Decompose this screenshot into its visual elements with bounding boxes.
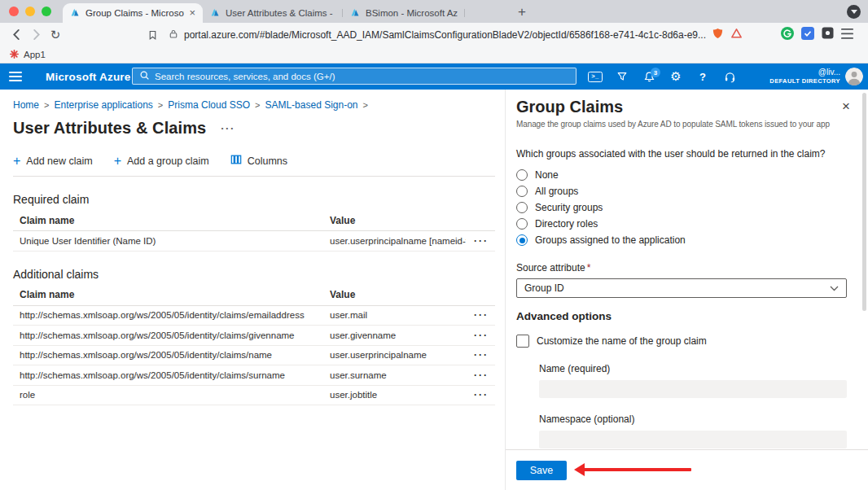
panel-title: Group Claims — [516, 98, 847, 116]
claim-value-cell: user.jobtitle — [323, 390, 466, 400]
radio-groups-assigned[interactable]: Groups assigned to the application — [516, 232, 847, 248]
group-claims-panel: Group Claims × Manage the group claims u… — [505, 90, 868, 490]
browser-profile-icon[interactable] — [847, 5, 861, 19]
feedback-headset-icon[interactable] — [722, 69, 737, 84]
green-extension-icon[interactable] — [781, 27, 794, 43]
browser-extension-icons — [781, 27, 855, 43]
row-menu-button[interactable]: ··· — [474, 349, 489, 361]
page-title: User Attributes & Claims — [13, 119, 206, 138]
address-bar[interactable]: portal.azure.com/#blade/Microsoft_AAD_IA… — [169, 27, 855, 43]
directory-filter-icon[interactable] — [615, 69, 629, 84]
breadcrumb-link-home[interactable]: Home — [13, 99, 39, 111]
claim-name-cell: role — [13, 390, 323, 400]
add-group-claim-button[interactable]: + Add a group claim — [114, 155, 209, 167]
warning-triangle-icon[interactable] — [730, 28, 743, 42]
cloud-shell-icon[interactable]: >_ — [588, 69, 603, 84]
bookmark-flag-icon[interactable] — [142, 25, 162, 45]
breadcrumb-link-prisma-cloud-sso[interactable]: Prisma Cloud SSO — [168, 99, 250, 111]
radio-label: Directory roles — [535, 218, 598, 230]
azure-brand[interactable]: Microsoft Azure — [46, 71, 131, 83]
tab-title: Group Claims - Microsoft Azure — [85, 8, 184, 18]
settings-gear-icon[interactable]: ⚙ — [669, 69, 683, 84]
claim-value-cell: user.surname — [323, 370, 466, 380]
plus-icon: + — [114, 156, 121, 166]
radio-none[interactable]: None — [516, 167, 847, 183]
radio-security-groups[interactable]: Security groups — [516, 199, 847, 216]
claim-name-cell: Unique User Identifier (Name ID) — [13, 236, 323, 246]
column-claim-name: Claim name — [13, 215, 323, 226]
panel-scrollbar[interactable] — [862, 93, 866, 311]
table-header: Claim name Value — [13, 210, 495, 231]
page-title-menu-button[interactable]: ··· — [221, 122, 235, 134]
radio-icon — [516, 186, 528, 197]
breadcrumb-link-saml-based-sign-on[interactable]: SAML-based Sign-on — [265, 99, 357, 111]
save-button[interactable]: Save — [516, 461, 567, 480]
shield-extension-icon[interactable] — [712, 27, 724, 43]
hamburger-menu-icon[interactable] — [9, 72, 22, 81]
window-minimize-button[interactable] — [25, 7, 35, 16]
blue-extension-icon[interactable] — [801, 27, 814, 43]
window-zoom-button[interactable] — [42, 7, 51, 16]
claim-name-cell: http://schemas.xmlsoap.org/ws/2005/05/id… — [13, 310, 323, 320]
account-info[interactable]: @liv... DEFAULT DIRECTORY — [769, 67, 840, 85]
app-window: Group Claims - Microsoft Azure × User At… — [0, 0, 868, 490]
search-input[interactable] — [155, 72, 569, 81]
bookmark-favicon-icon — [10, 50, 19, 60]
source-attribute-dropdown[interactable]: Group ID — [516, 278, 847, 298]
avatar[interactable] — [845, 68, 863, 85]
azure-search-box[interactable] — [132, 68, 576, 85]
extension-puzzle-icon[interactable] — [822, 27, 834, 42]
row-menu-button[interactable]: ··· — [474, 235, 489, 247]
claim-name-cell: http://schemas.xmlsoap.org/ws/2005/05/id… — [13, 370, 323, 380]
column-value: Value — [323, 215, 466, 226]
radio-all-groups[interactable]: All groups — [516, 183, 847, 199]
customize-name-checkbox-row[interactable]: Customize the name of the group claim — [516, 335, 847, 348]
browser-tab-bsimon[interactable]: BSimon - Microsoft Azure — [343, 3, 465, 23]
new-tab-button[interactable]: + — [512, 2, 532, 23]
refresh-button[interactable]: ↻ — [46, 25, 65, 45]
main-content: Home > Enterprise applications > Prisma … — [0, 90, 505, 490]
tab-close-icon[interactable]: × — [189, 9, 195, 17]
row-menu-button[interactable]: ··· — [474, 330, 489, 341]
row-menu-button[interactable]: ··· — [474, 389, 489, 400]
row-menu-button[interactable]: ··· — [474, 370, 489, 381]
forward-button[interactable] — [26, 25, 46, 45]
required-asterisk: * — [587, 262, 591, 273]
radio-label: Groups assigned to the application — [535, 234, 686, 246]
group-type-radio-group: None All groups Security groups Director… — [516, 167, 847, 248]
breadcrumb-separator: > — [255, 100, 260, 110]
notifications-bell-icon[interactable]: 3 — [642, 69, 656, 84]
radio-icon — [516, 218, 528, 230]
groups-question: Which groups associated with the user sh… — [516, 148, 847, 160]
browser-menu-icon[interactable] — [841, 28, 853, 42]
back-button[interactable] — [7, 25, 26, 45]
add-new-claim-button[interactable]: + Add new claim — [13, 155, 93, 167]
required-claim-heading: Required claim — [13, 193, 505, 206]
table-row[interactable]: http://schemas.xmlsoap.org/ws/2005/05/id… — [13, 326, 495, 346]
checkbox-icon[interactable] — [516, 335, 529, 348]
name-field-label: Name (required) — [539, 363, 847, 374]
table-row[interactable]: Unique User Identifier (Name ID) user.us… — [13, 231, 495, 252]
radio-icon — [516, 234, 528, 246]
table-row[interactable]: http://schemas.xmlsoap.org/ws/2005/05/id… — [13, 306, 495, 326]
table-row[interactable]: http://schemas.xmlsoap.org/ws/2005/05/id… — [13, 346, 495, 366]
browser-tab-user-attributes[interactable]: User Attributes & Claims - Microso — [203, 3, 343, 23]
bookmark-app1[interactable]: App1 — [24, 50, 46, 59]
tab-title: BSimon - Microsoft Azure — [366, 8, 458, 18]
table-row[interactable]: role user.jobtitle ··· — [13, 386, 495, 406]
azure-header: Microsoft Azure >_ 3 ⚙ ? @liv... DEFAULT… — [0, 63, 868, 90]
radio-directory-roles[interactable]: Directory roles — [516, 216, 847, 232]
columns-button[interactable]: Columns — [230, 154, 287, 168]
browser-tab-group-claims[interactable]: Group Claims - Microsoft Azure × — [63, 3, 203, 23]
window-close-button[interactable] — [9, 7, 19, 16]
close-icon[interactable]: × — [842, 99, 850, 113]
help-icon[interactable]: ? — [695, 69, 710, 84]
claim-name-cell: http://schemas.xmlsoap.org/ws/2005/05/id… — [13, 330, 323, 340]
row-menu-button[interactable]: ··· — [474, 309, 489, 321]
breadcrumb-link-enterprise-applications[interactable]: Enterprise applications — [54, 99, 152, 111]
claim-value-cell: user.mail — [323, 310, 466, 320]
radio-icon — [516, 169, 528, 181]
url-text[interactable]: portal.azure.com/#blade/Microsoft_AAD_IA… — [184, 29, 706, 41]
account-directory: DEFAULT DIRECTORY — [769, 77, 840, 85]
table-row[interactable]: http://schemas.xmlsoap.org/ws/2005/05/id… — [13, 365, 495, 386]
